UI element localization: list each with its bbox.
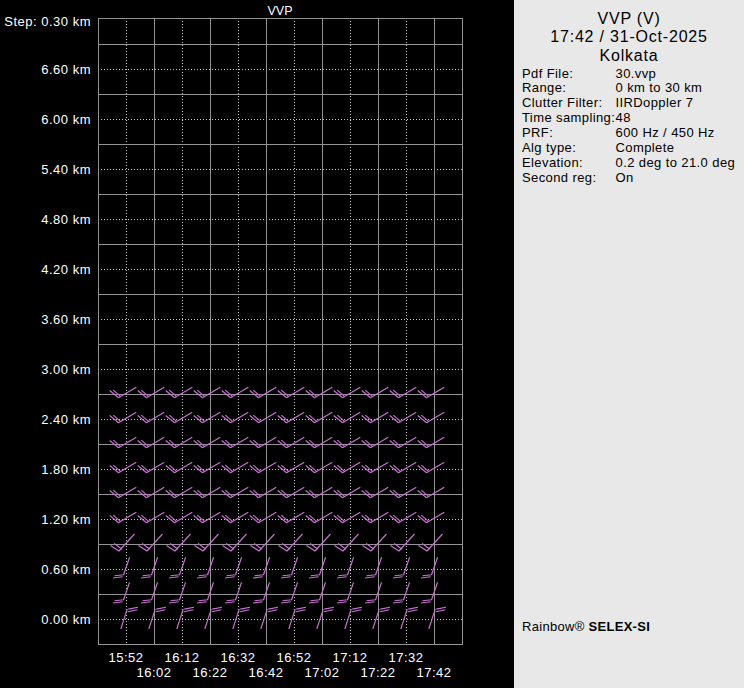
svg-text:4.80 km: 4.80 km: [41, 212, 91, 227]
svg-text:6.00 km: 6.00 km: [41, 112, 91, 127]
svg-text:0 km to 30 km: 0 km to 30 km: [616, 80, 703, 95]
svg-text:16:12: 16:12: [164, 650, 199, 665]
svg-text:1.80 km: 1.80 km: [41, 462, 91, 477]
svg-text:On: On: [616, 170, 634, 185]
svg-text:1.20 km: 1.20 km: [41, 512, 91, 527]
svg-text:Range:: Range:: [522, 80, 566, 95]
svg-text:Clutter Filter:: Clutter Filter:: [522, 95, 602, 110]
svg-text:Kolkata: Kolkata: [600, 47, 659, 64]
svg-text:17:22: 17:22: [360, 665, 395, 680]
svg-text:600 Hz / 450 Hz: 600 Hz / 450 Hz: [616, 125, 715, 140]
svg-text:17:32: 17:32: [388, 650, 423, 665]
svg-text:Complete: Complete: [616, 140, 675, 155]
svg-text:17:42: 17:42: [416, 665, 451, 680]
svg-text:16:02: 16:02: [136, 665, 171, 680]
svg-text:6.60 km: 6.60 km: [41, 62, 91, 77]
svg-text:16:32: 16:32: [220, 650, 255, 665]
svg-text:Second reg:: Second reg:: [522, 170, 597, 185]
svg-text:0.60 km: 0.60 km: [41, 562, 91, 577]
svg-text:VVP: VVP: [267, 4, 292, 18]
svg-text:IIRDoppler 7: IIRDoppler 7: [616, 95, 694, 110]
svg-text:17:12: 17:12: [332, 650, 367, 665]
svg-text:3.60 km: 3.60 km: [41, 312, 91, 327]
svg-text:16:22: 16:22: [192, 665, 227, 680]
svg-text:0.2 deg to 21.0 deg: 0.2 deg to 21.0 deg: [616, 155, 736, 170]
svg-text:48: 48: [616, 110, 631, 125]
svg-text:17:02: 17:02: [304, 665, 339, 680]
svg-text:2.40 km: 2.40 km: [41, 412, 91, 427]
svg-text:PRF:: PRF:: [522, 125, 553, 140]
svg-text:16:42: 16:42: [248, 665, 283, 680]
svg-text:Pdf File:: Pdf File:: [522, 66, 573, 81]
svg-text:Rainbow® SELEX-SI: Rainbow® SELEX-SI: [522, 619, 650, 634]
svg-text:0.00 km: 0.00 km: [41, 612, 91, 627]
svg-text:3.00 km: 3.00 km: [41, 362, 91, 377]
svg-text:Alg type:: Alg type:: [522, 140, 576, 155]
svg-text:5.40 km: 5.40 km: [41, 162, 91, 177]
svg-text:15:52: 15:52: [108, 650, 143, 665]
svg-text:Time sampling:: Time sampling:: [522, 110, 615, 125]
svg-text:4.20 km: 4.20 km: [41, 262, 91, 277]
svg-text:17:42 / 31-Oct-2025: 17:42 / 31-Oct-2025: [550, 28, 708, 45]
svg-text:16:52: 16:52: [276, 650, 311, 665]
svg-text:Step: 0.30 km: Step: 0.30 km: [4, 14, 91, 29]
svg-text:Elevation:: Elevation:: [522, 155, 583, 170]
svg-text:30.vvp: 30.vvp: [616, 66, 657, 81]
svg-text:VVP (V): VVP (V): [597, 10, 660, 27]
